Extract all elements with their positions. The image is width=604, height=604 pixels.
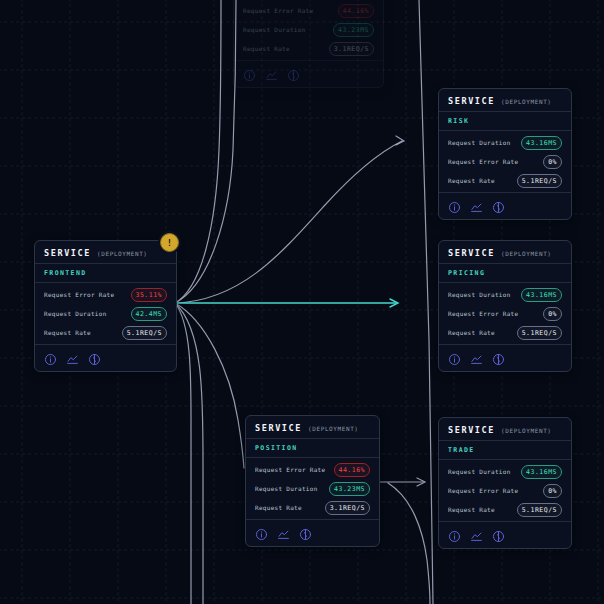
metric-row: Request Error Rate 0% (439, 152, 571, 171)
card-title: SERVICE (255, 423, 302, 433)
metric-badge: 5.1REQ/S (122, 326, 167, 340)
metric-label: Request Error Rate (44, 291, 114, 298)
metric-label: Request Duration (448, 139, 511, 146)
metric-label: Request Error Rate (448, 487, 518, 494)
brain-icon[interactable] (492, 351, 505, 364)
service-name: PRICING (439, 264, 571, 283)
metric-badge: 35.11% (131, 288, 167, 302)
card-type: (DEPLOYMENT) (501, 250, 552, 257)
metric-badge: 5.1REQ/S (517, 174, 562, 188)
metric-badge: 5.1REQ/S (517, 326, 562, 340)
metric-row: Request Rate 5.1REQ/S (439, 171, 571, 190)
chart-icon[interactable] (470, 199, 483, 212)
info-icon[interactable] (448, 199, 461, 212)
metric-badge: 0% (543, 155, 562, 169)
metric-badge: 43.23MS (329, 482, 370, 496)
card-title: SERVICE (448, 96, 495, 106)
service-name: POSITION (246, 439, 379, 458)
info-icon[interactable] (448, 351, 461, 364)
card-type: (DEPLOYMENT) (97, 250, 148, 257)
brain-icon[interactable] (299, 526, 312, 539)
metric-row: Request Duration 43.16MS (439, 462, 571, 481)
metric-row: Request Rate 5.1REQ/S (35, 323, 176, 342)
metric-label: Request Rate (448, 177, 495, 184)
chart-icon[interactable] (470, 528, 483, 541)
metric-badge: 43.16MS (521, 465, 562, 479)
service-card-trade[interactable]: SERVICE (DEPLOYMENT) TRADE Request Durat… (438, 417, 572, 549)
service-card-position[interactable]: SERVICE (DEPLOYMENT) POSITION Request Er… (245, 415, 380, 547)
edge-frontend-risk (175, 141, 402, 303)
card-title: SERVICE (44, 248, 91, 258)
metric-label: Request Rate (448, 329, 495, 336)
brain-icon[interactable] (492, 528, 505, 541)
service-card-risk[interactable]: SERVICE (DEPLOYMENT) RISK Request Durati… (438, 88, 572, 220)
info-icon[interactable] (44, 351, 57, 364)
metric-row: Request Duration 43.16MS (439, 285, 571, 304)
metric-row: Request Rate 5.1REQ/S (439, 323, 571, 342)
metric-row: Request Error Rate 0% (439, 304, 571, 323)
metric-label: Request Duration (448, 291, 511, 298)
edge-frontend-down-a (175, 303, 191, 604)
metric-row: Request Error Rate 35.11% (35, 285, 176, 304)
info-icon[interactable] (448, 528, 461, 541)
metric-label: Request Duration (448, 468, 511, 475)
metric-label: Request Rate (448, 506, 495, 513)
brain-icon[interactable] (88, 351, 101, 364)
edge-frontend-top-a (175, 0, 221, 303)
chart-icon[interactable] (470, 351, 483, 364)
metric-badge: 5.1REQ/S (517, 503, 562, 517)
brain-icon[interactable] (492, 199, 505, 212)
service-name: RISK (439, 112, 571, 131)
metric-row: Request Duration 43.23MS (246, 479, 379, 498)
metric-row: Request Rate 5.1REQ/S (439, 500, 571, 519)
edge-frontend-top-b (175, 0, 236, 303)
warning-badge[interactable]: ! (160, 233, 179, 252)
metric-label: Request Rate (44, 329, 91, 336)
metric-label: Request Rate (255, 504, 302, 511)
edge-branch-down (388, 483, 430, 604)
metric-row: Request Duration 42.4MS (35, 304, 176, 323)
service-card-pricing[interactable]: SERVICE (DEPLOYMENT) PRICING Request Dur… (438, 240, 572, 372)
metric-badge: 0% (543, 307, 562, 321)
service-card-frontend[interactable]: SERVICE (DEPLOYMENT) FRONTEND Request Er… (34, 240, 177, 372)
card-title: SERVICE (448, 248, 495, 258)
chart-icon[interactable] (277, 526, 290, 539)
service-name: TRADE (439, 441, 571, 460)
card-title: SERVICE (448, 425, 495, 435)
card-type: (DEPLOYMENT) (501, 98, 552, 105)
metric-badge: 3.1REQ/S (325, 501, 370, 515)
metric-badge: 43.16MS (521, 136, 562, 150)
metric-row: Request Error Rate 44.16% (246, 460, 379, 479)
metric-badge: 44.16% (334, 463, 370, 477)
metric-row: Request Duration 43.16MS (439, 133, 571, 152)
info-icon[interactable] (255, 526, 268, 539)
metric-label: Request Error Rate (255, 466, 325, 473)
metric-label: Request Error Rate (448, 310, 518, 317)
card-type: (DEPLOYMENT) (308, 425, 359, 432)
metric-label: Request Duration (255, 485, 318, 492)
metric-badge: 43.16MS (521, 288, 562, 302)
service-name: FRONTEND (35, 264, 176, 283)
chart-icon[interactable] (66, 351, 79, 364)
edge-long-right (419, 0, 433, 604)
metric-row: Request Rate 3.1REQ/S (246, 498, 379, 517)
card-type: (DEPLOYMENT) (501, 427, 552, 434)
metric-badge: 42.4MS (131, 307, 167, 321)
metric-badge: 0% (543, 484, 562, 498)
service-graph-canvas[interactable]: SERVICE (DEPLOYMENT) Request Error Rate … (0, 0, 604, 604)
metric-label: Request Duration (44, 310, 107, 317)
metric-label: Request Error Rate (448, 158, 518, 165)
metric-row: Request Error Rate 0% (439, 481, 571, 500)
